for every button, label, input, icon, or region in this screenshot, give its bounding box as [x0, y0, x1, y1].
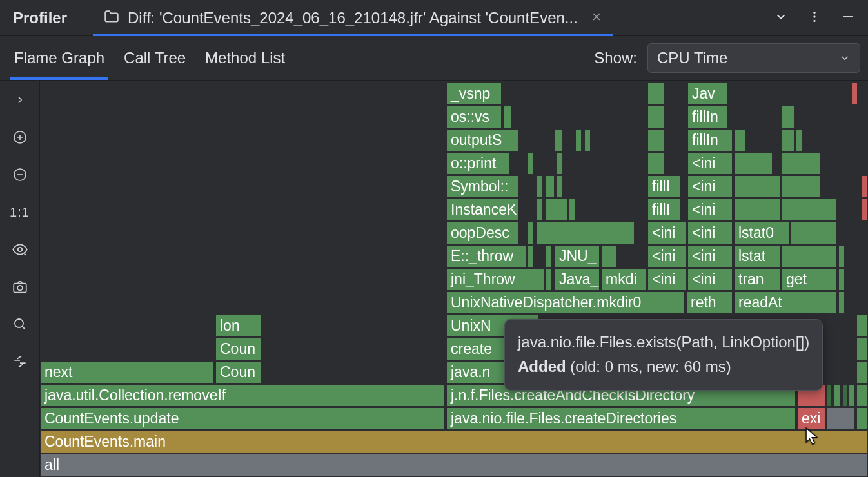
reset-zoom-button[interactable]: 1:1	[10, 202, 30, 222]
flame-frame[interactable]: lstat	[734, 245, 780, 268]
flame-frame[interactable]	[647, 106, 664, 128]
flame-frame[interactable]: Symbol::	[446, 175, 518, 198]
flame-frame[interactable]	[528, 245, 534, 268]
flame-frame[interactable]	[851, 83, 858, 105]
flame-frame[interactable]: UnixNativeDispatcher.mkdir0	[446, 291, 685, 314]
flame-frame[interactable]: get	[782, 268, 837, 291]
flame-frame[interactable]	[569, 199, 575, 221]
search-icon[interactable]	[10, 314, 30, 335]
minimize-icon[interactable]	[841, 10, 855, 26]
flame-frame[interactable]	[503, 106, 512, 128]
flame-frame[interactable]	[796, 129, 802, 151]
flame-frame[interactable]: fillI	[647, 175, 681, 198]
flame-frame[interactable]	[782, 106, 794, 128]
flame-frame[interactable]: outputS	[446, 129, 518, 151]
flame-frame[interactable]	[537, 175, 543, 198]
flame-frame[interactable]	[556, 152, 562, 175]
flame-frame[interactable]: CountEvents.main	[40, 431, 868, 453]
flame-frame[interactable]	[827, 407, 855, 430]
eye-icon[interactable]	[10, 239, 30, 260]
flame-frame[interactable]: JNU_	[555, 245, 600, 268]
flame-frame[interactable]: readAt	[734, 291, 837, 314]
flame-frame[interactable]	[584, 129, 591, 151]
show-dropdown[interactable]: CPU Time	[647, 43, 860, 73]
flame-frame[interactable]	[842, 384, 847, 407]
flame-frame[interactable]: exi	[797, 407, 825, 430]
flame-frame[interactable]: fillIn	[687, 129, 733, 151]
flame-frame[interactable]	[838, 268, 845, 291]
flame-frame[interactable]: mkdi	[601, 268, 646, 291]
flame-graph-area[interactable]: allCountEvents.mainCountEvents.updatejav…	[40, 81, 868, 477]
flame-frame[interactable]: fillI	[647, 199, 681, 221]
flame-frame[interactable]: <ini	[687, 152, 733, 175]
flame-frame[interactable]	[833, 384, 841, 407]
flame-frame[interactable]	[849, 384, 855, 407]
flame-frame[interactable]	[546, 175, 555, 198]
flame-frame[interactable]	[782, 175, 820, 198]
flame-frame[interactable]: <ini	[687, 222, 733, 244]
flame-frame[interactable]	[856, 361, 868, 384]
flame-frame[interactable]: o::print	[446, 152, 509, 175]
flame-frame[interactable]: Coun	[215, 361, 262, 384]
flame-frame[interactable]	[575, 129, 582, 151]
flame-frame[interactable]	[856, 338, 868, 360]
flame-frame[interactable]	[528, 222, 534, 244]
flame-frame[interactable]	[647, 83, 664, 105]
zoom-out-icon[interactable]	[10, 164, 30, 185]
flame-frame[interactable]: <ini	[687, 245, 733, 268]
flame-frame[interactable]	[555, 129, 562, 151]
flame-frame[interactable]: Java_	[555, 268, 600, 291]
flame-frame[interactable]: os::vs	[446, 106, 502, 128]
tab-flame-graph[interactable]: Flame Graph	[14, 36, 104, 80]
flame-frame[interactable]	[791, 222, 837, 244]
flame-frame[interactable]	[734, 175, 780, 198]
flame-frame[interactable]	[546, 268, 552, 291]
tab-call-tree[interactable]: Call Tree	[124, 36, 186, 80]
flame-frame[interactable]: java.util.Collection.removeIf	[40, 384, 445, 407]
flame-frame[interactable]: oopDesc	[446, 222, 518, 244]
flame-frame[interactable]: all	[40, 454, 868, 476]
flame-frame[interactable]	[734, 199, 780, 221]
flame-frame[interactable]: reth	[686, 291, 733, 314]
flame-frame[interactable]	[856, 315, 868, 337]
close-icon[interactable]	[591, 11, 602, 25]
flame-frame[interactable]	[782, 199, 837, 221]
flame-frame[interactable]: <ini	[647, 268, 686, 291]
flame-frame[interactable]	[734, 152, 773, 175]
file-tab[interactable]: Diff: 'CountEvents_2024_06_16_210148.jfr…	[93, 0, 613, 35]
flame-frame[interactable]: <ini	[687, 268, 733, 291]
flame-frame[interactable]: lon	[215, 315, 262, 337]
flame-frame[interactable]: jni_Throw	[446, 268, 544, 291]
flame-frame[interactable]: _vsnp	[446, 83, 502, 105]
flame-frame[interactable]: Jav	[687, 83, 727, 105]
more-vertical-icon[interactable]	[807, 10, 822, 26]
chevron-down-icon[interactable]	[774, 10, 788, 26]
flame-frame[interactable]	[528, 152, 534, 175]
zoom-in-icon[interactable]	[10, 127, 30, 148]
flame-frame[interactable]: tran	[734, 268, 780, 291]
camera-icon[interactable]	[10, 277, 30, 297]
flame-frame[interactable]	[782, 129, 794, 151]
flame-frame[interactable]	[556, 175, 562, 198]
flame-frame[interactable]	[782, 152, 820, 175]
flame-frame[interactable]	[734, 129, 745, 151]
flame-frame[interactable]	[856, 407, 868, 430]
flame-frame[interactable]: <ini	[687, 199, 733, 221]
flame-frame[interactable]	[782, 245, 837, 268]
flame-frame[interactable]	[838, 291, 845, 314]
flame-frame[interactable]	[601, 245, 616, 268]
tab-method-list[interactable]: Method List	[205, 36, 285, 80]
flame-frame[interactable]	[546, 245, 552, 268]
flame-frame[interactable]	[537, 222, 635, 244]
flame-frame[interactable]	[647, 129, 664, 151]
flame-frame[interactable]: lstat0	[734, 222, 789, 244]
flame-frame[interactable]: InstanceK	[446, 199, 518, 221]
flame-frame[interactable]	[838, 245, 845, 268]
flame-frame[interactable]: <ini	[647, 245, 686, 268]
flame-frame[interactable]: E::_throw	[446, 245, 526, 268]
flame-frame[interactable]: java.nio.file.Files.createDirectories	[446, 407, 796, 430]
flame-frame[interactable]	[856, 384, 868, 407]
collapse-icon[interactable]	[10, 351, 30, 372]
flame-frame[interactable]	[862, 175, 868, 198]
flame-frame[interactable]: CountEvents.update	[40, 407, 445, 430]
